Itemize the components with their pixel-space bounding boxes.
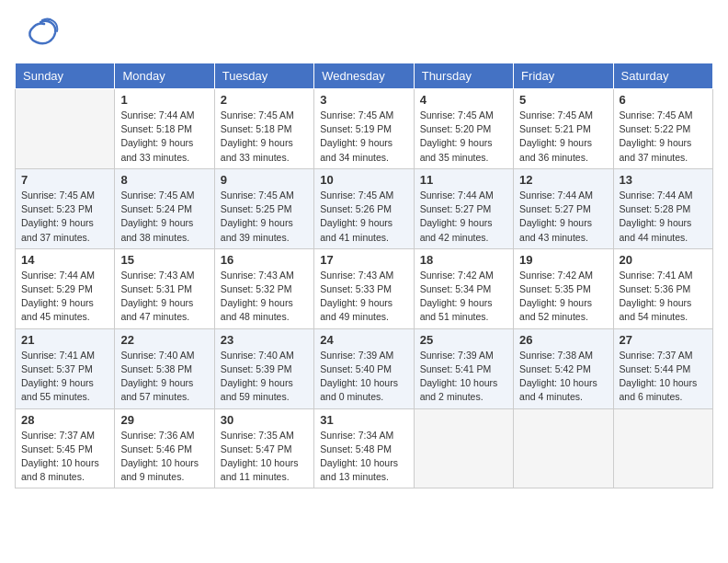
day-number: 3 bbox=[320, 93, 407, 107]
calendar-day-cell: 20Sunrise: 7:41 AMSunset: 5:36 PMDayligh… bbox=[613, 248, 712, 328]
day-number: 13 bbox=[620, 173, 707, 187]
day-info: Sunrise: 7:44 AMSunset: 5:28 PMDaylight:… bbox=[620, 189, 707, 245]
calendar-day-cell: 5Sunrise: 7:45 AMSunset: 5:21 PMDaylight… bbox=[514, 89, 613, 169]
calendar-day-cell: 10Sunrise: 7:45 AMSunset: 5:26 PMDayligh… bbox=[314, 168, 414, 248]
calendar-day-cell: 24Sunrise: 7:39 AMSunset: 5:40 PMDayligh… bbox=[314, 328, 414, 408]
calendar-day-cell: 11Sunrise: 7:44 AMSunset: 5:27 PMDayligh… bbox=[414, 168, 513, 248]
calendar-day-cell: 9Sunrise: 7:45 AMSunset: 5:25 PMDaylight… bbox=[214, 168, 313, 248]
day-info: Sunrise: 7:42 AMSunset: 5:35 PMDaylight:… bbox=[519, 269, 607, 325]
day-number: 16 bbox=[221, 253, 308, 267]
weekday-header-thursday: Thursday bbox=[414, 63, 513, 89]
calendar-day-cell: 13Sunrise: 7:44 AMSunset: 5:28 PMDayligh… bbox=[613, 168, 712, 248]
calendar-day-cell: 25Sunrise: 7:39 AMSunset: 5:41 PMDayligh… bbox=[414, 328, 513, 408]
day-number: 12 bbox=[519, 173, 607, 187]
day-info: Sunrise: 7:44 AMSunset: 5:29 PMDaylight:… bbox=[21, 269, 108, 325]
day-number: 26 bbox=[519, 333, 607, 347]
day-number: 29 bbox=[120, 413, 208, 427]
day-number: 28 bbox=[21, 413, 108, 427]
calendar-day-cell: 2Sunrise: 7:45 AMSunset: 5:18 PMDaylight… bbox=[214, 89, 313, 169]
calendar-day-cell: 19Sunrise: 7:42 AMSunset: 5:35 PMDayligh… bbox=[514, 248, 613, 328]
calendar-day-cell: 17Sunrise: 7:43 AMSunset: 5:33 PMDayligh… bbox=[314, 248, 414, 328]
day-number: 23 bbox=[221, 333, 308, 347]
calendar-day-cell: 3Sunrise: 7:45 AMSunset: 5:19 PMDaylight… bbox=[314, 89, 414, 169]
day-info: Sunrise: 7:37 AMSunset: 5:45 PMDaylight:… bbox=[21, 429, 108, 485]
calendar-week-row: 1Sunrise: 7:44 AMSunset: 5:18 PMDaylight… bbox=[16, 89, 713, 169]
day-number: 1 bbox=[120, 93, 208, 107]
calendar-day-cell: 14Sunrise: 7:44 AMSunset: 5:29 PMDayligh… bbox=[16, 248, 115, 328]
day-number: 8 bbox=[120, 173, 208, 187]
day-number: 18 bbox=[420, 253, 507, 267]
day-info: Sunrise: 7:43 AMSunset: 5:33 PMDaylight:… bbox=[320, 269, 407, 325]
calendar-table: SundayMondayTuesdayWednesdayThursdayFrid… bbox=[15, 63, 713, 488]
day-info: Sunrise: 7:38 AMSunset: 5:42 PMDaylight:… bbox=[519, 349, 607, 405]
calendar-day-cell: 6Sunrise: 7:45 AMSunset: 5:22 PMDaylight… bbox=[613, 89, 712, 169]
day-info: Sunrise: 7:40 AMSunset: 5:39 PMDaylight:… bbox=[221, 349, 308, 405]
day-info: Sunrise: 7:45 AMSunset: 5:21 PMDaylight:… bbox=[519, 109, 607, 165]
day-info: Sunrise: 7:45 AMSunset: 5:25 PMDaylight:… bbox=[221, 189, 308, 245]
calendar-day-cell: 8Sunrise: 7:45 AMSunset: 5:24 PMDaylight… bbox=[115, 168, 214, 248]
day-info: Sunrise: 7:45 AMSunset: 5:22 PMDaylight:… bbox=[620, 109, 707, 165]
weekday-header-wednesday: Wednesday bbox=[314, 63, 414, 89]
weekday-header-sunday: Sunday bbox=[16, 63, 115, 89]
day-info: Sunrise: 7:41 AMSunset: 5:37 PMDaylight:… bbox=[21, 349, 108, 405]
day-info: Sunrise: 7:45 AMSunset: 5:24 PMDaylight:… bbox=[120, 189, 208, 245]
calendar-day-cell: 28Sunrise: 7:37 AMSunset: 5:45 PMDayligh… bbox=[16, 408, 115, 488]
day-info: Sunrise: 7:43 AMSunset: 5:31 PMDaylight:… bbox=[120, 269, 208, 325]
day-number: 22 bbox=[120, 333, 208, 347]
calendar-day-cell: 18Sunrise: 7:42 AMSunset: 5:34 PMDayligh… bbox=[414, 248, 513, 328]
day-number: 6 bbox=[620, 93, 707, 107]
day-info: Sunrise: 7:44 AMSunset: 5:18 PMDaylight:… bbox=[120, 109, 208, 165]
day-number: 25 bbox=[420, 333, 507, 347]
day-number: 5 bbox=[519, 93, 607, 107]
logo-bird-icon bbox=[22, 15, 59, 52]
day-info: Sunrise: 7:45 AMSunset: 5:26 PMDaylight:… bbox=[320, 189, 407, 245]
calendar-day-cell: 1Sunrise: 7:44 AMSunset: 5:18 PMDaylight… bbox=[115, 89, 214, 169]
calendar-week-row: 21Sunrise: 7:41 AMSunset: 5:37 PMDayligh… bbox=[16, 328, 713, 408]
day-info: Sunrise: 7:44 AMSunset: 5:27 PMDaylight:… bbox=[519, 189, 607, 245]
weekday-header-saturday: Saturday bbox=[613, 63, 712, 89]
calendar-day-cell: 16Sunrise: 7:43 AMSunset: 5:32 PMDayligh… bbox=[214, 248, 313, 328]
page-header bbox=[15, 15, 713, 52]
calendar-day-cell: 27Sunrise: 7:37 AMSunset: 5:44 PMDayligh… bbox=[613, 328, 712, 408]
calendar-day-cell: 15Sunrise: 7:43 AMSunset: 5:31 PMDayligh… bbox=[115, 248, 214, 328]
weekday-header-tuesday: Tuesday bbox=[214, 63, 313, 89]
calendar-day-cell bbox=[414, 408, 513, 488]
calendar-day-cell: 30Sunrise: 7:35 AMSunset: 5:47 PMDayligh… bbox=[214, 408, 313, 488]
day-info: Sunrise: 7:39 AMSunset: 5:40 PMDaylight:… bbox=[320, 349, 407, 405]
day-info: Sunrise: 7:44 AMSunset: 5:27 PMDaylight:… bbox=[420, 189, 507, 245]
calendar-day-cell: 21Sunrise: 7:41 AMSunset: 5:37 PMDayligh… bbox=[16, 328, 115, 408]
day-info: Sunrise: 7:36 AMSunset: 5:46 PMDaylight:… bbox=[120, 429, 208, 485]
day-number: 10 bbox=[320, 173, 407, 187]
day-number: 11 bbox=[420, 173, 507, 187]
day-info: Sunrise: 7:40 AMSunset: 5:38 PMDaylight:… bbox=[120, 349, 208, 405]
day-info: Sunrise: 7:35 AMSunset: 5:47 PMDaylight:… bbox=[221, 429, 308, 485]
day-number: 30 bbox=[221, 413, 308, 427]
calendar-day-cell: 7Sunrise: 7:45 AMSunset: 5:23 PMDaylight… bbox=[16, 168, 115, 248]
day-number: 27 bbox=[620, 333, 707, 347]
day-info: Sunrise: 7:45 AMSunset: 5:18 PMDaylight:… bbox=[221, 109, 308, 165]
day-number: 24 bbox=[320, 333, 407, 347]
day-info: Sunrise: 7:45 AMSunset: 5:23 PMDaylight:… bbox=[21, 189, 108, 245]
day-number: 7 bbox=[21, 173, 108, 187]
day-number: 31 bbox=[320, 413, 407, 427]
calendar-day-cell bbox=[514, 408, 613, 488]
calendar-week-row: 14Sunrise: 7:44 AMSunset: 5:29 PMDayligh… bbox=[16, 248, 713, 328]
day-info: Sunrise: 7:45 AMSunset: 5:20 PMDaylight:… bbox=[420, 109, 507, 165]
calendar-day-cell: 4Sunrise: 7:45 AMSunset: 5:20 PMDaylight… bbox=[414, 89, 513, 169]
day-number: 15 bbox=[120, 253, 208, 267]
weekday-header-friday: Friday bbox=[514, 63, 613, 89]
calendar-day-cell: 29Sunrise: 7:36 AMSunset: 5:46 PMDayligh… bbox=[115, 408, 214, 488]
calendar-day-cell: 31Sunrise: 7:34 AMSunset: 5:48 PMDayligh… bbox=[314, 408, 414, 488]
day-info: Sunrise: 7:45 AMSunset: 5:19 PMDaylight:… bbox=[320, 109, 407, 165]
day-number: 19 bbox=[519, 253, 607, 267]
day-number: 14 bbox=[21, 253, 108, 267]
calendar-day-cell bbox=[16, 89, 115, 169]
calendar-day-cell bbox=[613, 408, 712, 488]
logo bbox=[15, 15, 59, 52]
weekday-header-row: SundayMondayTuesdayWednesdayThursdayFrid… bbox=[16, 63, 713, 89]
weekday-header-monday: Monday bbox=[115, 63, 214, 89]
calendar-day-cell: 12Sunrise: 7:44 AMSunset: 5:27 PMDayligh… bbox=[514, 168, 613, 248]
calendar-week-row: 7Sunrise: 7:45 AMSunset: 5:23 PMDaylight… bbox=[16, 168, 713, 248]
calendar-day-cell: 22Sunrise: 7:40 AMSunset: 5:38 PMDayligh… bbox=[115, 328, 214, 408]
calendar-day-cell: 26Sunrise: 7:38 AMSunset: 5:42 PMDayligh… bbox=[514, 328, 613, 408]
